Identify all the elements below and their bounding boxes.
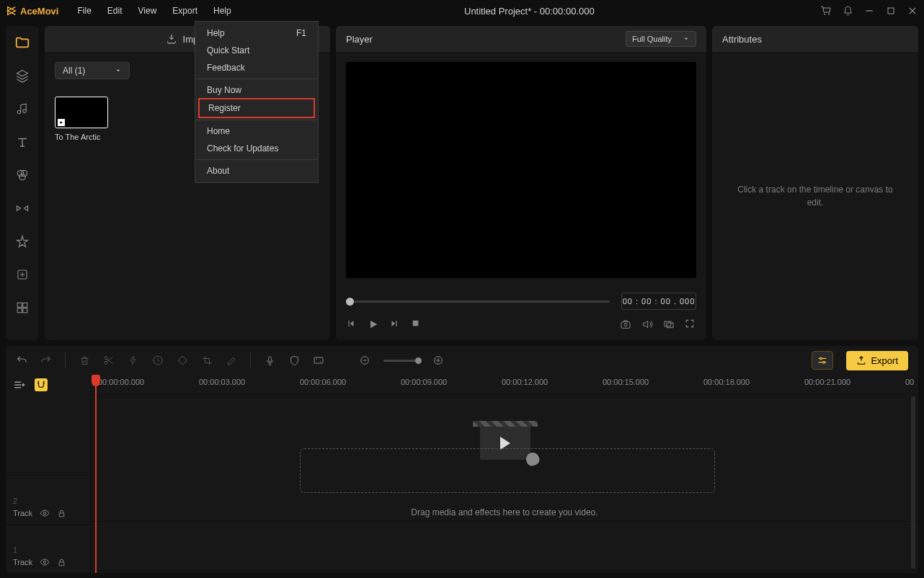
menu-help[interactable]: Help <box>206 3 239 19</box>
logo-icon <box>6 5 17 17</box>
menu-file[interactable]: File <box>70 3 98 19</box>
shield-button[interactable] <box>288 355 300 366</box>
fullscreen-button[interactable] <box>685 319 696 330</box>
window-title: Untitled Project* - 00:00:00.000 <box>239 6 820 17</box>
next-frame-button[interactable] <box>389 319 401 330</box>
volume-button[interactable] <box>641 319 653 330</box>
svg-rect-13 <box>621 322 630 329</box>
play-button[interactable] <box>368 319 379 330</box>
split-button[interactable] <box>103 355 115 366</box>
rail-split-icon[interactable] <box>14 300 30 316</box>
minimize-button[interactable] <box>863 5 875 17</box>
dd-divider <box>195 120 318 120</box>
drop-zone[interactable] <box>300 448 715 493</box>
snapshot-button[interactable] <box>620 319 631 330</box>
help-menu-home[interactable]: Home <box>195 123 318 140</box>
rail-elements-icon[interactable] <box>14 234 30 249</box>
attributes-header: Attributes <box>712 26 918 52</box>
help-menu-help[interactable]: Help F1 <box>195 25 318 42</box>
progress-thumb[interactable] <box>346 298 354 306</box>
player-title: Player <box>346 34 373 45</box>
menu-export[interactable]: Export <box>165 3 205 19</box>
speed-button[interactable] <box>152 355 164 366</box>
help-menu-help-label: Help <box>207 28 225 38</box>
timeline-left: 2 Track 1 Track <box>6 375 91 573</box>
visibility-toggle[interactable] <box>40 557 50 567</box>
help-menu-updates[interactable]: Check for Updates <box>195 140 318 157</box>
svg-rect-10 <box>17 308 22 313</box>
lock-toggle[interactable] <box>57 558 66 567</box>
clip-name: To The Arctic <box>55 133 108 141</box>
stop-button[interactable] <box>411 319 422 330</box>
import-icon <box>166 33 177 45</box>
help-menu-about[interactable]: About <box>195 162 318 179</box>
progress-row: 00 : 00 : 00 . 000 <box>346 293 696 310</box>
track-head-1: 1 Track <box>6 524 90 573</box>
menu-view[interactable]: View <box>131 3 164 19</box>
magnetic-button[interactable] <box>35 378 48 391</box>
ruler-label: 00:00:15.000 <box>603 378 649 386</box>
progress-slider[interactable] <box>346 301 610 303</box>
media-filter-select[interactable]: All (1) <box>55 62 130 79</box>
timeline-ruler[interactable]: 00:00:00.000 00:00:03.000 00:00:06.000 0… <box>91 375 918 395</box>
rail-transitions-icon[interactable] <box>14 200 30 216</box>
track-name: Track <box>13 509 32 517</box>
ratio-button[interactable] <box>313 355 324 366</box>
voiceover-button[interactable] <box>264 355 275 366</box>
svg-rect-12 <box>413 321 419 326</box>
lock-toggle[interactable] <box>57 509 66 518</box>
rail-filters-icon[interactable] <box>14 167 30 183</box>
track-row-1[interactable] <box>91 522 918 571</box>
delete-button[interactable] <box>79 355 90 366</box>
cart-icon[interactable] <box>820 5 832 17</box>
zoom-out-button[interactable] <box>359 355 370 366</box>
svg-point-5 <box>21 170 27 176</box>
redo-button[interactable] <box>40 355 52 366</box>
compare-button[interactable] <box>663 319 675 330</box>
maximize-button[interactable] <box>885 5 897 17</box>
settings-button[interactable] <box>812 351 833 370</box>
timeline-right[interactable]: 00:00:00.000 00:00:03.000 00:00:06.000 0… <box>91 375 918 573</box>
video-preview[interactable] <box>346 62 696 278</box>
media-clip[interactable]: To The Arctic <box>55 97 108 141</box>
help-menu-register[interactable]: Register <box>198 98 315 118</box>
attributes-title: Attributes <box>722 34 762 45</box>
help-dropdown: Help F1 Quick Start Feedback Buy Now Reg… <box>195 21 319 183</box>
rail-text-icon[interactable] <box>14 134 30 150</box>
rail-audio-icon[interactable] <box>14 101 30 117</box>
player-header: Player Full Quality <box>336 26 706 52</box>
export-button[interactable]: Export <box>846 351 908 370</box>
quality-select[interactable]: Full Quality <box>626 31 696 47</box>
app-logo: AceMovi <box>6 5 58 17</box>
main-area: Import All (1) To The Arctic Player Full… <box>0 22 924 340</box>
play-badge-icon <box>58 119 65 126</box>
menu-edit[interactable]: Edit <box>100 3 130 19</box>
help-menu-feedback[interactable]: Feedback <box>195 59 318 76</box>
bell-icon[interactable] <box>842 5 853 17</box>
timeline-left-tools <box>6 375 90 395</box>
rail-overlay-icon[interactable] <box>14 267 30 283</box>
track-head-2: 2 Track <box>6 475 90 524</box>
help-menu-buynow[interactable]: Buy Now <box>195 81 318 99</box>
prev-frame-button[interactable] <box>346 319 357 330</box>
playhead[interactable] <box>95 375 97 573</box>
svg-point-38 <box>43 561 46 564</box>
tag-button[interactable] <box>177 355 188 366</box>
undo-button[interactable] <box>16 355 27 366</box>
svg-rect-20 <box>268 356 271 361</box>
ruler-label: 00 <box>905 378 914 386</box>
crop-button[interactable] <box>201 355 213 366</box>
zoom-in-button[interactable] <box>432 355 444 366</box>
edit-button[interactable] <box>226 355 237 366</box>
help-menu-quickstart[interactable]: Quick Start <box>195 42 318 59</box>
timeline-scrollbar[interactable] <box>911 396 915 569</box>
clip-thumbnail <box>55 97 108 128</box>
zoom-slider[interactable] <box>383 360 419 362</box>
visibility-toggle[interactable] <box>40 508 50 518</box>
close-button[interactable] <box>907 5 918 17</box>
rail-layers-icon[interactable] <box>14 68 30 84</box>
export-icon <box>856 355 866 365</box>
rail-media-icon[interactable] <box>14 35 30 50</box>
quick-button[interactable] <box>128 355 139 366</box>
add-track-button[interactable] <box>13 378 26 391</box>
